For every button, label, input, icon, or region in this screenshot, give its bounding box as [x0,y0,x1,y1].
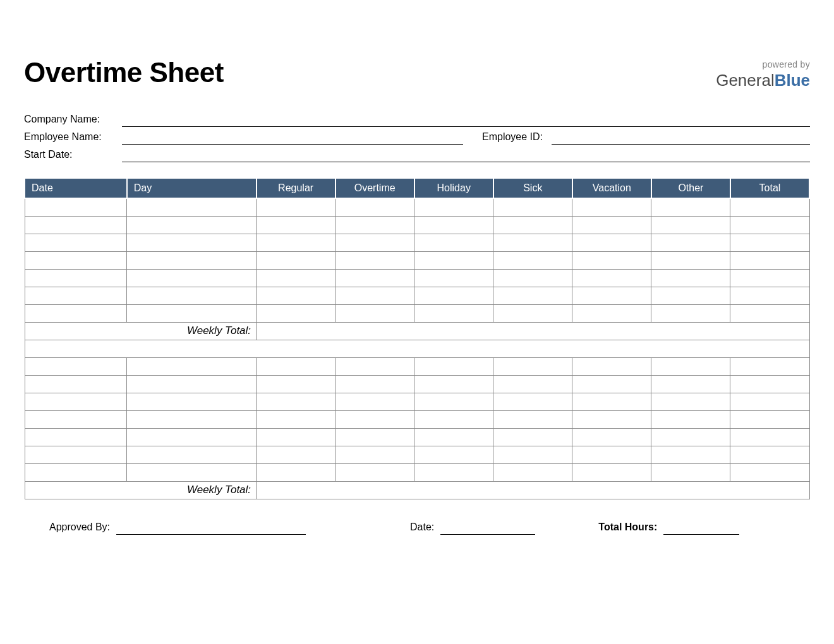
table-cell[interactable] [257,304,335,322]
table-cell[interactable] [127,234,257,251]
table-cell[interactable] [651,393,730,410]
table-cell[interactable] [572,198,651,216]
table-cell[interactable] [414,304,493,322]
table-cell[interactable] [730,269,809,287]
table-cell[interactable] [572,463,651,481]
table-cell[interactable] [127,357,257,375]
employee-id-field[interactable] [552,131,810,145]
table-cell[interactable] [414,463,493,481]
table-cell[interactable] [25,216,127,234]
table-cell[interactable] [257,428,335,446]
table-cell[interactable] [493,198,572,216]
table-cell[interactable] [127,375,257,393]
table-cell[interactable] [572,410,651,428]
table-cell[interactable] [25,393,127,410]
table-cell[interactable] [335,446,414,463]
table-cell[interactable] [651,357,730,375]
table-cell[interactable] [25,269,127,287]
table-cell[interactable] [572,428,651,446]
table-cell[interactable] [651,251,730,269]
table-cell[interactable] [493,393,572,410]
table-cell[interactable] [414,446,493,463]
table-cell[interactable] [127,393,257,410]
table-cell[interactable] [127,269,257,287]
table-cell[interactable] [730,463,809,481]
table-cell[interactable] [414,428,493,446]
table-cell[interactable] [651,234,730,251]
table-cell[interactable] [335,463,414,481]
table-cell[interactable] [335,216,414,234]
table-cell[interactable] [572,446,651,463]
table-cell[interactable] [730,375,809,393]
table-cell[interactable] [257,463,335,481]
table-cell[interactable] [25,375,127,393]
table-cell[interactable] [335,234,414,251]
total-hours-field[interactable] [663,521,739,535]
table-cell[interactable] [651,304,730,322]
table-cell[interactable] [257,251,335,269]
table-cell[interactable] [414,375,493,393]
table-cell[interactable] [127,287,257,304]
table-cell[interactable] [572,269,651,287]
approved-by-field[interactable] [116,521,306,535]
table-cell[interactable] [257,393,335,410]
table-cell[interactable] [730,304,809,322]
table-cell[interactable] [335,410,414,428]
table-cell[interactable] [493,357,572,375]
table-cell[interactable] [651,446,730,463]
table-cell[interactable] [257,446,335,463]
table-cell[interactable] [493,446,572,463]
table-cell[interactable] [651,375,730,393]
table-cell[interactable] [730,393,809,410]
table-cell[interactable] [572,375,651,393]
table-cell[interactable] [257,357,335,375]
table-cell[interactable] [651,428,730,446]
table-cell[interactable] [414,234,493,251]
table-cell[interactable] [335,357,414,375]
table-cell[interactable] [651,410,730,428]
table-cell[interactable] [493,428,572,446]
table-cell[interactable] [257,287,335,304]
table-cell[interactable] [572,304,651,322]
table-cell[interactable] [493,251,572,269]
table-cell[interactable] [651,198,730,216]
table-cell[interactable] [335,393,414,410]
employee-name-field[interactable] [122,131,463,145]
table-cell[interactable] [257,410,335,428]
table-cell[interactable] [127,463,257,481]
table-cell[interactable] [493,304,572,322]
table-cell[interactable] [730,410,809,428]
table-cell[interactable] [572,357,651,375]
table-cell[interactable] [572,234,651,251]
table-cell[interactable] [493,410,572,428]
table-cell[interactable] [127,304,257,322]
table-cell[interactable] [25,234,127,251]
table-cell[interactable] [127,251,257,269]
table-cell[interactable] [493,287,572,304]
table-cell[interactable] [730,446,809,463]
table-cell[interactable] [25,428,127,446]
table-cell[interactable] [127,446,257,463]
table-cell[interactable] [127,428,257,446]
table-cell[interactable] [572,216,651,234]
table-cell[interactable] [25,463,127,481]
table-cell[interactable] [572,287,651,304]
table-cell[interactable] [730,428,809,446]
table-cell[interactable] [335,428,414,446]
company-name-field[interactable] [122,113,810,127]
table-cell[interactable] [127,410,257,428]
table-cell[interactable] [414,410,493,428]
footer-date-field[interactable] [440,521,535,535]
table-cell[interactable] [257,216,335,234]
table-cell[interactable] [651,216,730,234]
table-cell[interactable] [335,375,414,393]
table-cell[interactable] [25,198,127,216]
table-cell[interactable] [335,198,414,216]
table-cell[interactable] [257,198,335,216]
table-cell[interactable] [651,269,730,287]
table-cell[interactable] [493,463,572,481]
table-cell[interactable] [335,251,414,269]
start-date-field[interactable] [122,148,810,162]
table-cell[interactable] [493,375,572,393]
table-cell[interactable] [730,216,809,234]
